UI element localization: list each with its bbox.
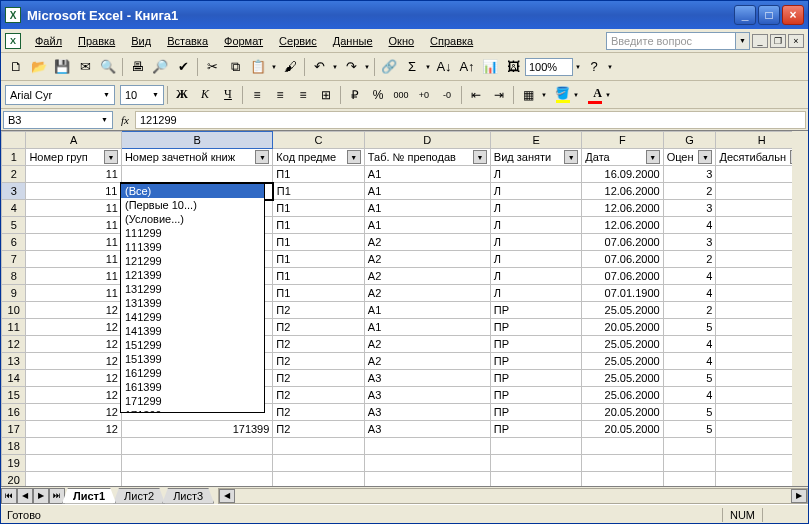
cell[interactable]: 2	[663, 183, 716, 200]
cell[interactable]: П2	[273, 387, 364, 404]
ask-dropdown-icon[interactable]: ▼	[736, 32, 750, 50]
undo-button[interactable]: ↶	[308, 56, 330, 78]
cell[interactable]: 20.05.2000	[582, 404, 663, 421]
menu-file[interactable]: Файл	[27, 33, 70, 49]
cell[interactable]: П2	[273, 319, 364, 336]
underline-button[interactable]: Ч	[217, 84, 239, 106]
menu-format[interactable]: Формат	[216, 33, 271, 49]
redo-button[interactable]: ↷	[340, 56, 362, 78]
filter-option[interactable]: 121299	[121, 254, 264, 268]
paste-button[interactable]: 📋	[247, 56, 269, 78]
cell[interactable]: 11	[26, 285, 122, 302]
cell[interactable]: Л	[490, 183, 581, 200]
cell[interactable]: 4	[663, 336, 716, 353]
cell[interactable]: 2	[663, 302, 716, 319]
row-head[interactable]: 16	[2, 404, 26, 421]
cell[interactable]: П2	[273, 336, 364, 353]
row-head[interactable]: 18	[2, 438, 26, 455]
cell[interactable]: А1	[364, 302, 490, 319]
cell[interactable]: ПР	[490, 387, 581, 404]
filter-option[interactable]: 161299	[121, 366, 264, 380]
cell[interactable]: 07.06.2000	[582, 251, 663, 268]
autosum-dropdown-icon[interactable]: ▼	[424, 64, 432, 70]
autofilter-dropdown[interactable]: (Все)(Первые 10...)(Условие...)111299111…	[120, 183, 265, 413]
cell[interactable]: 25.05.2000	[582, 353, 663, 370]
currency-button[interactable]: ₽	[344, 84, 366, 106]
tab-prev-button[interactable]: ◀	[17, 488, 33, 504]
cell[interactable]: 12.06.2000	[582, 200, 663, 217]
font-color-button[interactable]: A	[581, 84, 603, 106]
col-b[interactable]: B	[121, 132, 272, 149]
cell[interactable]: 12.06.2000	[582, 217, 663, 234]
cell[interactable]	[490, 438, 581, 455]
filter-option[interactable]: (Все)	[121, 184, 264, 198]
name-box[interactable]: B3▼	[3, 111, 113, 129]
cell[interactable]	[121, 166, 272, 183]
borders-dropdown-icon[interactable]: ▼	[540, 92, 548, 98]
sheet-tab-1[interactable]: Лист1	[62, 488, 116, 504]
cell[interactable]: 07.06.2000	[582, 268, 663, 285]
filter-c-icon[interactable]: ▼	[347, 150, 361, 164]
cell[interactable]: 11	[26, 183, 122, 200]
cell[interactable]: ПР	[490, 421, 581, 438]
filter-e-icon[interactable]: ▼	[564, 150, 578, 164]
cell[interactable]: А3	[364, 387, 490, 404]
cell[interactable]: 12.06.2000	[582, 183, 663, 200]
cell[interactable]: 12	[26, 421, 122, 438]
copy-button[interactable]: ⧉	[224, 56, 246, 78]
fill-dropdown-icon[interactable]: ▼	[572, 92, 580, 98]
cell[interactable]: П1	[273, 285, 364, 302]
cell[interactable]: А2	[364, 336, 490, 353]
row-head[interactable]: 8	[2, 268, 26, 285]
cell[interactable]: 16.09.2000	[582, 166, 663, 183]
worksheet-grid[interactable]: A B C D E F G H 1 Номер груп▼ Номер заче…	[1, 131, 808, 486]
filter-option[interactable]: 131399	[121, 296, 264, 310]
cell[interactable]	[364, 472, 490, 487]
filter-b-icon[interactable]: ▼	[255, 150, 269, 164]
cell[interactable]	[582, 455, 663, 472]
cell[interactable]: 5	[663, 319, 716, 336]
cell[interactable]: 4	[663, 217, 716, 234]
col-a[interactable]: A	[26, 132, 122, 149]
mail-button[interactable]: ✉	[74, 56, 96, 78]
row-head[interactable]: 3	[2, 183, 26, 200]
cell[interactable]	[121, 438, 272, 455]
italic-button[interactable]: К	[194, 84, 216, 106]
cell[interactable]: Л	[490, 268, 581, 285]
filter-option[interactable]: 171399	[121, 408, 264, 413]
cell[interactable]	[26, 455, 122, 472]
menu-window[interactable]: Окно	[381, 33, 423, 49]
row-head[interactable]: 5	[2, 217, 26, 234]
cell[interactable]: 4	[663, 353, 716, 370]
cell[interactable]: П2	[273, 302, 364, 319]
cell[interactable]	[273, 472, 364, 487]
cell[interactable]: 3	[663, 234, 716, 251]
search-button[interactable]: 🔍	[97, 56, 119, 78]
cell[interactable]: Л	[490, 251, 581, 268]
borders-button[interactable]: ▦	[517, 84, 539, 106]
toolbar-options-icon[interactable]: ▼	[606, 64, 614, 70]
paste-dropdown-icon[interactable]: ▼	[270, 64, 278, 70]
cell[interactable]: 12	[26, 302, 122, 319]
col-f[interactable]: F	[582, 132, 663, 149]
filter-option[interactable]: 111299	[121, 226, 264, 240]
cell[interactable]: 11	[26, 234, 122, 251]
menu-help[interactable]: Справка	[422, 33, 481, 49]
cell[interactable]: П2	[273, 404, 364, 421]
cell[interactable]	[26, 438, 122, 455]
decrease-decimal-button[interactable]: -0	[436, 84, 458, 106]
format-painter-button[interactable]: 🖌	[279, 56, 301, 78]
filter-option[interactable]: 171299	[121, 394, 264, 408]
row-head[interactable]: 19	[2, 455, 26, 472]
row-head[interactable]: 13	[2, 353, 26, 370]
menu-data[interactable]: Данные	[325, 33, 381, 49]
col-e[interactable]: E	[490, 132, 581, 149]
help-button[interactable]: ?	[583, 56, 605, 78]
filter-option[interactable]: 121399	[121, 268, 264, 282]
align-right-button[interactable]: ≡	[292, 84, 314, 106]
cell[interactable]: ПР	[490, 302, 581, 319]
filter-d-icon[interactable]: ▼	[473, 150, 487, 164]
row-1[interactable]: 1	[2, 149, 26, 166]
cell[interactable]: 11	[26, 217, 122, 234]
cell[interactable]: А1	[364, 200, 490, 217]
